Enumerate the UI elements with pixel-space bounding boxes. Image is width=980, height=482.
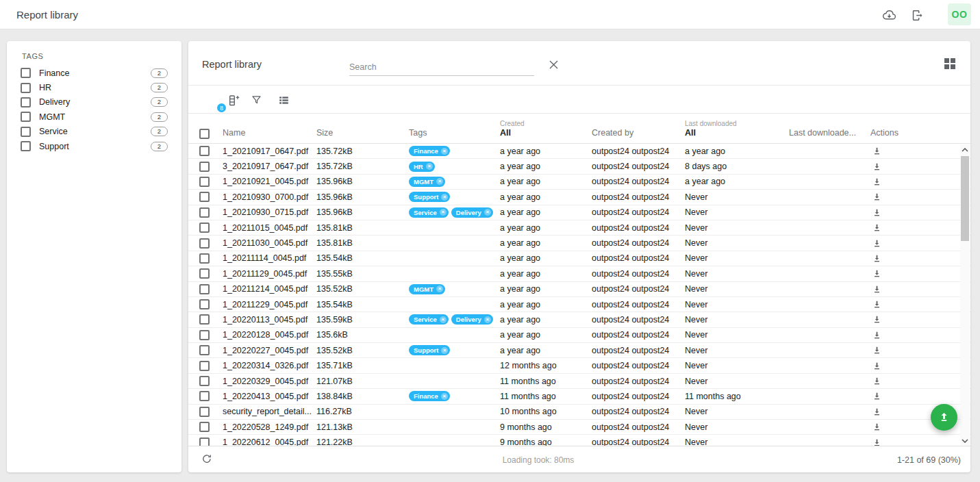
table-row[interactable]: 1_20210930_0700.pdf 135.96kB Support× a … (188, 190, 970, 205)
tag-filter-service[interactable]: Service 2 (7, 125, 181, 139)
tag-pill[interactable]: Service× (409, 314, 449, 325)
tag-remove-icon[interactable]: × (440, 209, 447, 216)
tag-filter-support[interactable]: Support 2 (7, 139, 181, 153)
last-downloaded-filter-value[interactable]: All (685, 128, 789, 138)
table-row[interactable]: 1_20210930_0715.pdf 135.96kB Service×Del… (188, 205, 970, 220)
download-icon[interactable] (872, 376, 882, 386)
row-checkbox[interactable] (199, 238, 210, 249)
tag-remove-icon[interactable]: × (441, 148, 448, 155)
scroll-down-icon[interactable] (960, 436, 970, 445)
download-icon[interactable] (872, 162, 882, 172)
tag-remove-icon[interactable]: × (436, 178, 443, 185)
tag-remove-icon[interactable]: × (484, 209, 491, 216)
download-icon[interactable] (872, 361, 882, 371)
table-row[interactable]: 1_20211015_0045.pdf 135.81kB a year ago … (188, 220, 970, 236)
tag-pill[interactable]: HR× (409, 162, 435, 172)
tag-remove-icon[interactable]: × (484, 316, 491, 323)
tag-remove-icon[interactable]: × (441, 393, 448, 400)
checkbox-icon[interactable] (21, 68, 31, 78)
cloud-download-icon[interactable] (880, 6, 898, 24)
download-icon[interactable] (872, 268, 882, 279)
select-all-checkbox[interactable] (199, 129, 210, 139)
row-checkbox[interactable] (199, 284, 210, 294)
table-row[interactable]: 1_20211129_0045.pdf 135.55kB a year ago … (188, 266, 970, 281)
table-row[interactable]: 1_20211229_0045.pdf 135.54kB a year ago … (188, 297, 970, 312)
tag-filter-finance[interactable]: Finance 2 (7, 66, 181, 80)
tag-pill[interactable]: Finance× (409, 146, 450, 156)
tag-filter-delivery[interactable]: Delivery 2 (7, 95, 181, 110)
column-header-created-by[interactable]: Created by (592, 114, 685, 143)
download-icon[interactable] (872, 437, 882, 446)
row-checkbox[interactable] (199, 345, 210, 355)
download-icon[interactable] (872, 253, 882, 264)
download-icon[interactable] (872, 345, 882, 355)
filter-icon[interactable] (249, 92, 264, 107)
table-row[interactable]: 1_20220329_0045.pdf 121.07kB 11 months a… (188, 374, 970, 389)
tag-pill[interactable]: MGMT× (409, 177, 445, 187)
table-row[interactable]: 3_20210917_0647.pdf 135.72kB HR× a year … (188, 159, 970, 174)
tag-remove-icon[interactable]: × (426, 163, 433, 170)
scroll-up-icon[interactable] (960, 145, 970, 154)
upload-button[interactable] (931, 404, 957, 431)
row-checkbox[interactable] (199, 268, 210, 279)
checkbox-icon[interactable] (21, 127, 31, 137)
vertical-scrollbar[interactable] (960, 144, 970, 446)
tag-remove-icon[interactable]: × (441, 347, 448, 354)
table-row[interactable]: 1_20211114_0045.pdf 135.54kB a year ago … (188, 251, 970, 266)
logout-icon[interactable] (908, 6, 926, 24)
table-row[interactable]: 1_20211030_0045.pdf 135.81kB a year ago … (188, 236, 970, 251)
row-checkbox[interactable] (199, 376, 210, 386)
table-row[interactable]: 1_20220227_0045.pdf 135.52kB Support× a … (188, 343, 970, 358)
column-header-size[interactable]: Size (316, 114, 409, 143)
row-checkbox[interactable] (199, 253, 210, 264)
checkbox-icon[interactable] (21, 112, 31, 122)
download-icon[interactable] (872, 223, 882, 233)
row-checkbox[interactable] (199, 192, 210, 202)
tag-remove-icon[interactable]: × (436, 286, 443, 292)
download-icon[interactable] (872, 422, 882, 432)
download-icon[interactable] (872, 284, 882, 294)
checkbox-icon[interactable] (21, 97, 31, 107)
download-icon[interactable] (872, 391, 882, 401)
table-row[interactable]: 1_20220612_0045.pdf 121.22kB 9 months ag… (188, 435, 970, 446)
table-row[interactable]: 1_20211214_0045.pdf 135.52kB MGMT× a yea… (188, 282, 970, 297)
row-checkbox[interactable] (199, 391, 210, 401)
grid-view-icon[interactable] (944, 58, 957, 71)
tag-pill[interactable]: Support× (409, 192, 450, 202)
download-icon[interactable] (872, 146, 882, 156)
table-row[interactable]: 1_20220413_0045.pdf 138.84kB Finance× 11… (188, 389, 970, 404)
row-checkbox[interactable] (199, 162, 210, 172)
download-icon[interactable] (872, 192, 882, 202)
scrollbar-thumb[interactable] (961, 156, 969, 241)
checkbox-icon[interactable] (21, 83, 31, 93)
column-header-name[interactable]: Name (223, 114, 316, 143)
download-icon[interactable] (872, 299, 882, 309)
tag-remove-icon[interactable]: × (440, 316, 447, 323)
row-checkbox[interactable] (199, 314, 210, 325)
row-checkbox[interactable] (199, 361, 210, 371)
tag-pill[interactable]: Delivery× (451, 314, 493, 325)
column-header-tags[interactable]: Tags (409, 114, 500, 143)
row-checkbox[interactable] (199, 177, 210, 187)
search-input[interactable] (349, 60, 534, 75)
download-icon[interactable] (872, 207, 882, 218)
tag-pill[interactable]: Finance× (409, 391, 450, 401)
avatar[interactable]: OO (948, 3, 971, 25)
column-header-last-downloaded[interactable]: Last downloaded All (685, 114, 789, 143)
created-filter-value[interactable]: All (500, 128, 592, 138)
table-row[interactable]: 1_20220314_0326.pdf 135.71kB 12 months a… (188, 358, 970, 373)
tag-pill[interactable]: MGMT× (409, 284, 445, 294)
row-checkbox[interactable] (199, 422, 210, 432)
download-icon[interactable] (872, 330, 882, 340)
table-row[interactable]: 1_20220128_0045.pdf 135.6kB a year ago o… (188, 328, 970, 343)
tag-pill[interactable]: Service× (409, 207, 449, 218)
download-icon[interactable] (872, 314, 882, 325)
add-column-icon[interactable] (225, 92, 240, 107)
close-icon[interactable] (546, 58, 560, 71)
tag-remove-icon[interactable]: × (441, 194, 448, 201)
row-checkbox[interactable] (199, 330, 210, 340)
table-row[interactable]: security_report_detail... 116.27kB 10 mo… (188, 405, 970, 420)
row-checkbox[interactable] (199, 223, 210, 233)
tag-filter-mgmt[interactable]: MGMT 2 (7, 110, 181, 124)
table-row[interactable]: 1_20220113_0045.pdf 135.59kB Service×Del… (188, 312, 970, 327)
